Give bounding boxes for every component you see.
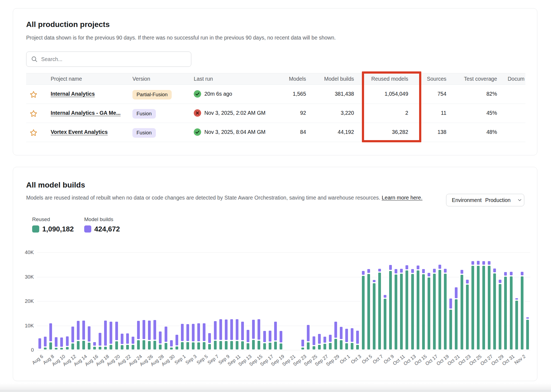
favorite-star-icon[interactable] xyxy=(29,128,38,137)
project-name-link[interactable]: Vortex Event Analytics xyxy=(51,129,108,135)
chart-bar xyxy=(383,252,387,350)
chart-bar xyxy=(443,252,447,350)
chart-bar xyxy=(372,252,376,350)
table-row: Internal AnalyticsPartial-Fusion20m 6s a… xyxy=(26,85,525,104)
chart-bar xyxy=(504,252,507,350)
column-header-models: Models xyxy=(262,76,306,82)
y-axis-tick-label: 20K xyxy=(19,298,34,304)
chart-bar xyxy=(306,252,310,350)
bar-segment-model-builds xyxy=(405,265,409,270)
chart-bar xyxy=(274,252,277,350)
model-builds-cell: 381,438 xyxy=(308,91,354,97)
chart-bar xyxy=(498,252,502,350)
chart-bar xyxy=(427,252,431,350)
chart-bar xyxy=(87,252,91,350)
bar-segment-model-builds xyxy=(476,260,480,266)
chart-bar xyxy=(361,252,365,350)
bar-segment-reused xyxy=(471,265,475,350)
bar-segment-reused xyxy=(274,341,277,350)
chart-bar xyxy=(454,252,458,350)
search-icon xyxy=(31,56,38,63)
project-search-box[interactable] xyxy=(26,52,191,67)
chart-bar xyxy=(405,252,409,350)
bar-segment-reused xyxy=(438,269,442,350)
chart-bar xyxy=(202,252,206,350)
bar-segment-model-builds xyxy=(465,279,469,284)
favorite-star-icon[interactable] xyxy=(29,90,38,99)
all-production-projects-card: All production projects Project data sho… xyxy=(13,8,537,155)
bar-segment-model-builds xyxy=(520,271,524,276)
favorite-star-icon[interactable] xyxy=(29,109,38,118)
bar-segment-model-builds xyxy=(142,319,146,340)
chart-bar xyxy=(367,252,371,350)
chart-bar xyxy=(38,252,42,350)
project-name-link[interactable]: Internal Analytics xyxy=(51,91,95,97)
chart-bar xyxy=(169,252,173,350)
bar-segment-model-builds xyxy=(509,271,513,276)
chart-bar xyxy=(460,252,464,350)
project-name-cell: Internal Analytics xyxy=(51,91,130,97)
bar-segment-reused xyxy=(93,346,96,350)
legend-swatch-model-builds xyxy=(84,225,91,233)
bar-segment-model-builds xyxy=(394,269,398,274)
chart-bar xyxy=(93,252,96,350)
chart-bar xyxy=(65,252,69,350)
bar-segment-reused xyxy=(109,344,113,350)
chart-bar xyxy=(241,252,244,350)
bar-segment-reused xyxy=(372,283,376,350)
bar-segment-model-builds xyxy=(306,324,310,342)
bar-segment-reused xyxy=(263,343,267,350)
reused-models-cell: 1,054,049 xyxy=(365,91,408,97)
bar-segment-model-builds xyxy=(43,336,47,347)
bar-segment-model-builds xyxy=(164,326,168,342)
sources-cell: 138 xyxy=(416,129,446,135)
bar-segment-reused xyxy=(54,347,58,350)
bar-segment-model-builds xyxy=(389,264,392,270)
environment-select[interactable]: Environment Production xyxy=(446,194,524,206)
bar-segment-reused xyxy=(197,342,201,350)
environment-select-label: Environment xyxy=(452,197,482,203)
version-badge: Fusion xyxy=(132,109,156,119)
column-header-model-builds: Model builds xyxy=(308,76,354,82)
bar-segment-reused xyxy=(405,270,409,350)
models-cell: 84 xyxy=(262,129,306,135)
test-coverage-cell: 82% xyxy=(453,91,497,97)
bar-segment-reused xyxy=(43,347,47,350)
bar-segment-reused xyxy=(202,342,206,350)
bar-segment-reused xyxy=(219,340,223,350)
chart-bar xyxy=(71,252,75,350)
bar-segment-reused xyxy=(476,265,480,350)
chart-bar xyxy=(328,252,332,350)
chart-bar xyxy=(219,252,223,350)
bar-segment-model-builds xyxy=(399,268,403,273)
bar-segment-reused xyxy=(60,347,63,350)
projects-card-description: Project data shown is for the previous 9… xyxy=(26,35,336,41)
bar-segment-reused xyxy=(504,276,507,350)
bar-segment-model-builds xyxy=(460,269,464,274)
chart-bar xyxy=(126,252,129,350)
chart-bar xyxy=(246,252,250,350)
search-input[interactable] xyxy=(41,56,187,62)
chart-bar xyxy=(411,252,414,350)
bar-segment-model-builds xyxy=(367,269,371,273)
project-name-link[interactable]: Internal Analytics - GA Me... xyxy=(51,110,120,116)
bar-segment-reused xyxy=(180,342,184,350)
chart-bar xyxy=(301,252,305,350)
chart-bar xyxy=(416,252,420,350)
bar-segment-model-builds xyxy=(93,342,96,346)
bar-segment-model-builds xyxy=(126,333,129,344)
y-axis-tick-label: 30K xyxy=(19,274,34,280)
column-header-version: Version xyxy=(132,76,190,82)
chart-bar xyxy=(509,252,513,350)
bar-segment-model-builds xyxy=(120,333,124,345)
bar-segment-reused xyxy=(208,343,211,350)
bottom-shade xyxy=(0,383,551,390)
bar-segment-reused xyxy=(153,340,157,350)
learn-more-link[interactable]: Learn more here. xyxy=(382,195,423,201)
bar-segment-model-builds xyxy=(312,336,316,346)
bar-segment-reused xyxy=(515,300,519,350)
chart-bar xyxy=(476,252,480,350)
chart-bar xyxy=(49,252,53,350)
chart-bar xyxy=(317,252,321,350)
bar-segment-model-builds xyxy=(411,269,414,273)
